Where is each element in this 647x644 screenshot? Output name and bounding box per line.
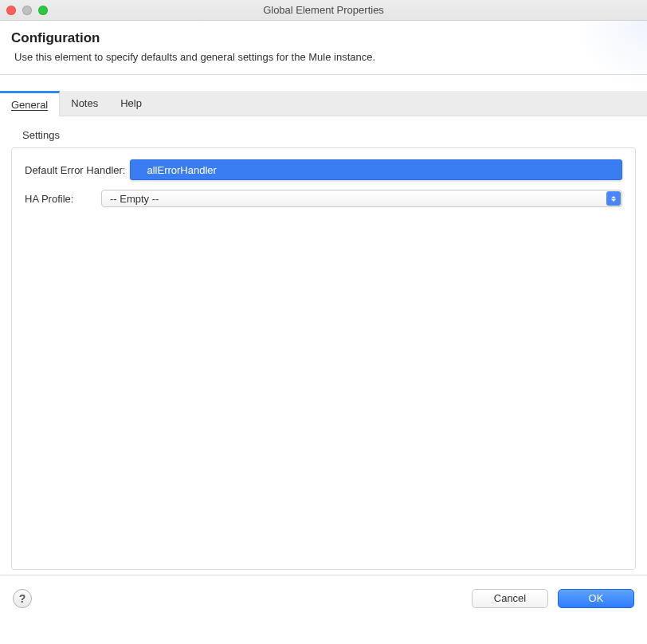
header: Configuration Use this element to specif…	[0, 21, 647, 75]
titlebar: Global Element Properties	[0, 0, 647, 21]
ha-profile-row: HA Profile: -- Empty --	[25, 190, 622, 207]
window-title: Global Element Properties	[0, 4, 647, 16]
settings-box: Default Error Handler: allErrorHandler H…	[11, 147, 636, 570]
default-error-handler-combobox[interactable]: allErrorHandler	[130, 159, 622, 180]
main-panel: Settings Default Error Handler: allError…	[0, 116, 647, 575]
close-icon[interactable]	[6, 6, 16, 15]
minimize-icon[interactable]	[22, 6, 32, 15]
help-button[interactable]: ?	[13, 589, 32, 608]
default-error-handler-value: allErrorHandler	[147, 164, 216, 176]
footer: ? Cancel OK	[0, 575, 647, 621]
ha-profile-label: HA Profile:	[25, 193, 87, 205]
page-subtitle: Use this element to specify defaults and…	[11, 51, 633, 63]
ha-profile-select[interactable]: -- Empty --	[101, 190, 622, 207]
tab-help[interactable]: Help	[109, 91, 153, 116]
page-title: Configuration	[11, 30, 633, 46]
default-error-handler-label: Default Error Handler:	[25, 164, 125, 176]
ha-profile-select-wrap: -- Empty --	[101, 190, 622, 207]
tabbar: General Notes Help	[0, 91, 647, 116]
cancel-button[interactable]: Cancel	[472, 589, 548, 608]
default-error-handler-row: Default Error Handler: allErrorHandler	[25, 159, 622, 180]
tab-general[interactable]: General	[0, 91, 60, 116]
select-arrows-icon[interactable]	[606, 191, 621, 206]
maximize-icon[interactable]	[38, 6, 48, 15]
ha-profile-value: -- Empty --	[110, 193, 159, 205]
tab-notes[interactable]: Notes	[60, 91, 109, 116]
settings-section-label: Settings	[22, 129, 636, 141]
ok-button[interactable]: OK	[558, 589, 634, 608]
traffic-lights	[6, 6, 48, 15]
